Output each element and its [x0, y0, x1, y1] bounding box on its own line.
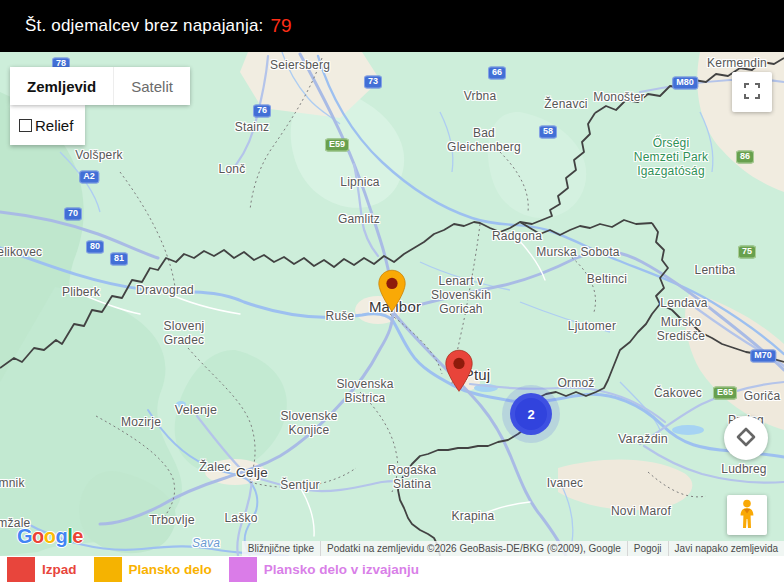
- attribution-bar: Bližnjične tipke Podatki na zemljevidu ©…: [242, 541, 784, 556]
- legend-item-plansko-delo-v-izvajanju: Plansko delo v izvajanju: [229, 556, 419, 583]
- legend-item-plansko-delo: Plansko delo: [94, 556, 212, 583]
- legend-label: Izpad: [42, 562, 77, 577]
- izpad-pin[interactable]: [444, 349, 474, 393]
- map-type-button-satelit[interactable]: Satelit: [113, 67, 190, 105]
- fullscreen-button[interactable]: [732, 72, 772, 112]
- google-logo-letter: o: [44, 525, 56, 547]
- legend-swatch: [229, 557, 257, 582]
- legend-item-izpad: Izpad: [7, 556, 77, 583]
- map-data-copyright: Podatki na zemljevidu ©2026 GeoBasis-DE/…: [320, 541, 627, 556]
- map-type-button-zemljevid[interactable]: Zemljevid: [10, 67, 113, 105]
- pan-arrows-icon: [731, 422, 761, 455]
- plansko-delo-pin[interactable]: [377, 269, 407, 313]
- pegman-icon: [736, 499, 758, 532]
- legend-bar: IzpadPlansko deloPlansko delo v izvajanj…: [0, 556, 784, 583]
- map-type-control: Zemljevid Satelit: [10, 67, 190, 105]
- legend-label: Plansko delo: [129, 562, 212, 577]
- google-logo[interactable]: Google: [17, 525, 83, 548]
- header-bar: Št. odjemalcev brez napajanja: 79: [0, 0, 784, 52]
- legend-label: Plansko delo v izvajanju: [264, 562, 419, 577]
- pan-control-button[interactable]: [724, 416, 768, 460]
- keyboard-shortcuts-link[interactable]: Bližnjične tipke: [242, 541, 320, 556]
- street-view-button[interactable]: [727, 495, 767, 535]
- legend-swatch: [94, 557, 122, 582]
- google-logo-letter: g: [56, 525, 68, 547]
- relief-option: Relief: [10, 105, 85, 145]
- relief-checkbox[interactable]: [19, 119, 32, 132]
- fullscreen-icon: [743, 82, 761, 103]
- google-logo-letter: o: [32, 525, 44, 547]
- google-logo-letter: e: [72, 525, 83, 547]
- header-label: Št. odjemalcev brez napajanja:: [25, 16, 263, 36]
- map-area[interactable]: 786673M807658E5986A270808175M70E65 Seier…: [0, 52, 784, 556]
- outage-count: 79: [270, 15, 291, 37]
- relief-label[interactable]: Relief: [35, 117, 73, 134]
- legend-swatch: [7, 557, 35, 582]
- terms-link[interactable]: Pogoji: [627, 541, 668, 556]
- power-outage-map-app: Št. odjemalcev brez napajanja: 79: [0, 0, 784, 583]
- report-map-error-link[interactable]: Javi napako zemljevida: [668, 541, 784, 556]
- marker-cluster[interactable]: 2: [510, 393, 552, 435]
- google-logo-letter: G: [17, 525, 32, 547]
